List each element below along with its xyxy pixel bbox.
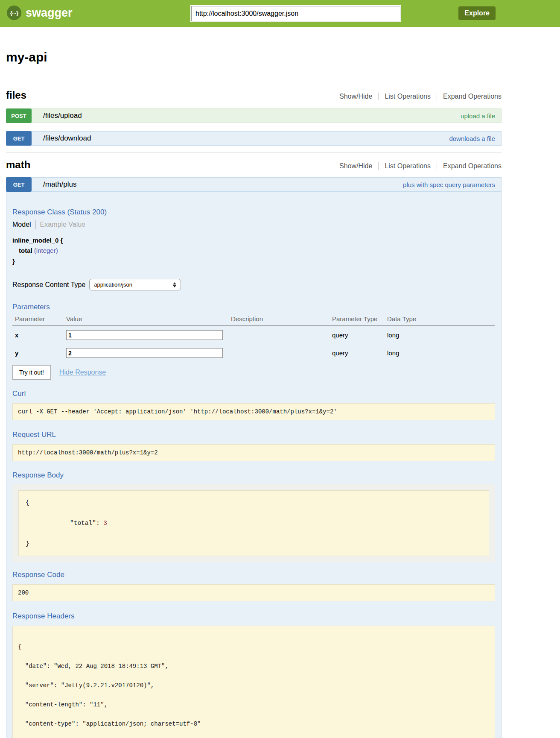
request-url-block: http://localhost:3000/math/plus?x=1&y=2 — [12, 444, 495, 461]
swagger-logo-icon: {···} — [7, 6, 21, 20]
files-expand-operations-link[interactable]: Expand Operations — [437, 93, 502, 100]
model-property-name: total — [19, 247, 32, 254]
operation-row-get-files-download[interactable]: GET /files/download downloads a file — [6, 131, 502, 146]
table-row: x query long — [12, 326, 495, 344]
response-headers-line: "content-length": "11", — [18, 702, 490, 708]
section-title-files[interactable]: files — [6, 89, 26, 101]
brand-title: swagger — [26, 6, 73, 20]
tab-model[interactable]: Model — [12, 221, 35, 228]
response-headers-line: "server": "Jetty(9.2.21.v20170120)", — [18, 682, 490, 689]
response-headers-block: { "date": "Wed, 22 Aug 2018 18:49:13 GMT… — [12, 626, 495, 738]
operation-detail-panel: Response Class (Status 200) Model Exampl… — [6, 192, 502, 738]
response-body-value: 3 — [103, 520, 107, 527]
param-y-data-type: long — [387, 344, 495, 362]
param-name-y: y — [12, 344, 66, 362]
param-name-x: x — [12, 326, 66, 344]
response-body-block: { "total": 3 } — [18, 490, 489, 556]
parameters-heading: Parameters — [12, 303, 495, 311]
param-x-data-type: long — [387, 326, 495, 344]
curl-heading: Curl — [12, 390, 495, 398]
files-list-operations-link[interactable]: List Operations — [379, 93, 437, 100]
operation-row-get-math-plus[interactable]: GET /math/plus plus with spec query para… — [6, 177, 502, 192]
model-signature: inline_model_0 { total (integer) } — [12, 237, 495, 265]
response-code-block: 200 — [12, 584, 495, 601]
response-headers-heading: Response Headers — [12, 612, 495, 621]
model-signature-open: inline_model_0 { — [12, 237, 495, 244]
operation-path[interactable]: /math/plus — [43, 180, 76, 189]
response-body-container: { "total": 3 } — [12, 484, 495, 562]
hide-response-link[interactable]: Hide Response — [59, 369, 106, 376]
explore-button[interactable]: Explore — [458, 6, 496, 20]
response-content-type-value: application/json — [94, 281, 132, 288]
param-x-parameter-type: query — [332, 326, 387, 344]
operation-path[interactable]: /files/download — [43, 134, 91, 143]
param-y-value-input[interactable] — [66, 348, 223, 358]
response-body-key: "total" — [70, 520, 96, 527]
response-headers-line: "date": "Wed, 22 Aug 2018 18:49:13 GMT", — [18, 663, 490, 670]
post-method-badge[interactable]: POST — [6, 108, 32, 123]
model-tabs: Model Example Value — [12, 220, 495, 229]
try-it-out-button[interactable]: Try it out! — [12, 365, 51, 380]
response-body-open: { — [26, 498, 482, 508]
model-signature-close: } — [12, 258, 495, 265]
response-class-heading: Response Class (Status 200) — [12, 192, 495, 217]
column-header-parameter-type: Parameter Type — [332, 315, 387, 326]
operation-path[interactable]: /files/upload — [43, 111, 82, 120]
files-show-hide-link[interactable]: Show/Hide — [333, 93, 378, 100]
response-code-heading: Response Code — [12, 571, 495, 579]
operation-summary[interactable]: upload a file — [461, 112, 495, 120]
param-x-description — [231, 326, 332, 344]
response-body-heading: Response Body — [12, 471, 495, 480]
response-headers-line: { — [18, 644, 490, 650]
model-property-type: (integer) — [34, 247, 58, 254]
operation-row-post-files-upload[interactable]: POST /files/upload upload a file — [6, 108, 502, 123]
math-list-operations-link[interactable]: List Operations — [379, 162, 437, 170]
tab-example-value[interactable]: Example Value — [36, 221, 85, 228]
column-header-description: Description — [231, 315, 332, 326]
parameters-table: Parameter Value Description Parameter Ty… — [12, 315, 495, 362]
section-divider — [6, 152, 502, 153]
curl-command-block: curl -X GET --header 'Accept: applicatio… — [12, 403, 495, 420]
operation-summary[interactable]: downloads a file — [449, 135, 495, 142]
param-x-value-input[interactable] — [66, 330, 223, 340]
response-body-close: } — [26, 539, 482, 549]
response-headers-line: "content-type": "application/json; chars… — [18, 721, 490, 727]
request-url-heading: Request URL — [12, 430, 495, 439]
page-title: my-api — [6, 50, 502, 64]
response-content-type-label: Response Content Type — [12, 281, 85, 289]
math-show-hide-link[interactable]: Show/Hide — [333, 162, 378, 170]
operation-summary[interactable]: plus with spec query parameters — [403, 181, 495, 188]
param-y-parameter-type: query — [332, 344, 387, 362]
get-method-badge[interactable]: GET — [6, 131, 32, 146]
spec-url-input[interactable] — [191, 6, 400, 21]
param-y-description — [231, 344, 332, 362]
files-section-header: files Show/Hide List Operations Expand O… — [6, 89, 502, 101]
math-expand-operations-link[interactable]: Expand Operations — [437, 162, 502, 170]
column-header-parameter: Parameter — [12, 315, 66, 326]
math-section-header: math Show/Hide List Operations Expand Op… — [6, 159, 502, 171]
column-header-value: Value — [66, 315, 231, 326]
column-header-data-type: Data Type — [387, 315, 495, 326]
get-method-badge[interactable]: GET — [6, 177, 32, 192]
table-row: y query long — [12, 344, 495, 362]
response-content-type-select[interactable]: application/json — [89, 279, 181, 290]
header-bar: {···} swagger Explore — [0, 0, 560, 27]
select-arrows-icon — [173, 282, 176, 287]
section-title-math[interactable]: math — [6, 159, 30, 171]
swagger-logo[interactable]: {···} swagger — [7, 6, 73, 20]
